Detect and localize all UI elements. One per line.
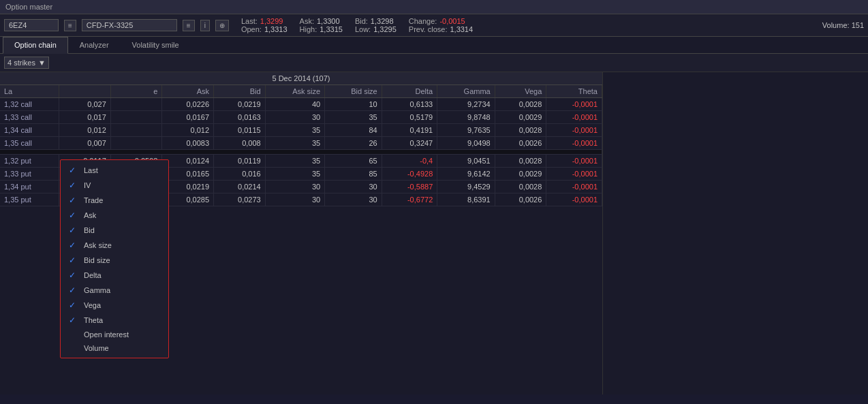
cell-asksize: 30	[265, 181, 324, 193]
cell-strike: 1,33 call	[0, 111, 59, 124]
menu-item-bid-size[interactable]: ✓Bid size	[61, 253, 168, 268]
cell-bidsize: 65	[325, 155, 382, 168]
tab-analyzer[interactable]: Analyzer	[68, 37, 121, 53]
cell-strike: 1,32 put	[0, 155, 59, 168]
price-bid-group: Bid: 1,3298 Low: 1,3295	[355, 17, 397, 33]
right-panel	[602, 72, 868, 394]
cell-theta: -0,0001	[546, 155, 602, 168]
col-bidsize: Bid size	[325, 85, 382, 98]
cell-gamma: 9,8748	[437, 111, 495, 124]
cell-la: 0,017	[59, 111, 111, 124]
column-context-menu[interactable]: ✓Last✓IV✓Trade✓Ask✓Bid✓Ask size✓Bid size…	[60, 159, 169, 358]
tab-volatility-smile[interactable]: Volatility smile	[121, 37, 191, 53]
col-bid: Bid	[214, 85, 266, 98]
cell-theta: -0,0001	[546, 124, 602, 137]
contract-menu-btn[interactable]: ≡	[183, 20, 195, 31]
cell-theta: -0,0001	[546, 98, 602, 111]
cell-bidsize: 85	[325, 168, 382, 181]
checkmark-icon: ✓	[69, 285, 78, 295]
menu-item-label: Ask size	[84, 241, 112, 249]
cell-theta: -0,0001	[546, 137, 602, 150]
checkmark-icon: ✓	[69, 240, 78, 250]
cell-ask: 0,0167	[162, 111, 214, 124]
menu-item-label: Theta	[84, 316, 103, 324]
cell-vega: 0,0026	[495, 193, 546, 206]
cell-ask: 0,0285	[162, 193, 214, 206]
cell-bid: 0,0273	[214, 193, 266, 206]
cell-strike: 1,33 put	[0, 168, 59, 181]
menu-item-vega[interactable]: ✓Vega	[61, 298, 168, 313]
menu-item-ask[interactable]: ✓Ask	[61, 208, 168, 223]
menu-item-iv[interactable]: ✓IV	[61, 178, 168, 193]
change-value: -0,0015	[439, 17, 465, 25]
cell-bidsize: 30	[325, 181, 382, 193]
menu-item-volume[interactable]: Volume	[61, 341, 168, 355]
menu-item-delta[interactable]: ✓Delta	[61, 268, 168, 283]
search-btn[interactable]: ⊕	[215, 20, 229, 31]
cell-strike: 1,34 put	[0, 181, 59, 193]
checkmark-icon: ✓	[69, 196, 78, 205]
cell-vega: 0,0029	[495, 111, 546, 124]
cell-gamma: 9,7635	[437, 124, 495, 137]
info-btn[interactable]: i	[200, 20, 210, 31]
top-bar: ≡ ≡ i ⊕ Last: 1,3299 Open: 1,3313 Ask: 1…	[0, 14, 868, 37]
cell-delta: -0,4	[382, 155, 437, 168]
title-bar: Option master	[0, 0, 868, 14]
cell-strike: 1,34 call	[0, 124, 59, 137]
cell-vega: 0,0028	[495, 155, 546, 168]
table-row[interactable]: 1,33 call 0,017 0,0167 0,0163 30 35 0,51…	[0, 111, 602, 124]
low-value: 1,3295	[373, 25, 397, 33]
cell-e	[110, 111, 162, 124]
contract-input[interactable]	[82, 19, 177, 31]
bid-value: 1,3298	[371, 17, 394, 25]
cell-bid: 0,0214	[214, 181, 266, 193]
cell-delta: 0,5179	[382, 111, 437, 124]
menu-item-label: Ask	[84, 211, 96, 219]
cell-gamma: 9,0451	[437, 155, 495, 168]
cell-ask: 0,0226	[162, 98, 214, 111]
cell-ask: 0,012	[162, 124, 214, 137]
tab-option-chain[interactable]: Option chain	[3, 37, 68, 54]
volume-label: Volume:	[822, 21, 850, 29]
menu-item-open-interest[interactable]: Open interest	[61, 328, 168, 341]
open-value: 1,3313	[264, 25, 288, 33]
strikes-arrow: ▼	[38, 59, 46, 67]
menu-item-ask-size[interactable]: ✓Ask size	[61, 238, 168, 253]
price-ask-group: Ask: 1,3300 High: 1,3315	[300, 17, 343, 33]
instrument-input[interactable]	[4, 19, 59, 31]
col-delta: Delta	[382, 85, 437, 98]
menu-item-last[interactable]: ✓Last	[61, 163, 168, 178]
volume-section: Volume: 151	[822, 21, 864, 29]
cell-delta: -0,6772	[382, 193, 437, 206]
cell-la: 0,027	[59, 98, 111, 111]
last-value: 1,3299	[260, 17, 283, 25]
volume-value: 151	[852, 21, 864, 29]
strikes-dropdown[interactable]: 4 strikes ▼	[4, 57, 49, 69]
table-row[interactable]: 1,35 call 0,007 0,0083 0,008 35 26 0,324…	[0, 137, 602, 150]
menu-item-theta[interactable]: ✓Theta	[61, 313, 168, 328]
table-row[interactable]: 1,32 call 0,027 0,0226 0,0219 40 10 0,61…	[0, 98, 602, 111]
high-value: 1,3315	[320, 25, 343, 33]
col-la	[59, 85, 111, 98]
menu-item-label: Delta	[84, 271, 102, 279]
menu-item-gamma[interactable]: ✓Gamma	[61, 283, 168, 298]
cell-delta: 0,4191	[382, 124, 437, 137]
cell-ask: 0,0083	[162, 137, 214, 150]
last-label: Last:	[241, 17, 258, 25]
cell-asksize: 40	[265, 98, 324, 111]
col-ask: Ask	[162, 85, 214, 98]
menu-item-trade[interactable]: ✓Trade	[61, 193, 168, 208]
menu-item-bid[interactable]: ✓Bid	[61, 223, 168, 238]
instrument-menu-btn[interactable]: ≡	[64, 20, 76, 31]
cell-strike: 1,35 put	[0, 193, 59, 206]
toolbar: 4 strikes ▼	[0, 54, 868, 72]
cell-strike: 1,35 call	[0, 137, 59, 150]
cell-bid: 0,008	[214, 137, 266, 150]
ask-label: Ask:	[300, 17, 314, 25]
high-label: High:	[300, 25, 317, 33]
table-row[interactable]: 1,34 call 0,012 0,012 0,0115 35 84 0,419…	[0, 124, 602, 137]
ask-value: 1,3300	[317, 17, 340, 25]
cell-vega: 0,0028	[495, 98, 546, 111]
strikes-label: 4 strikes	[7, 59, 35, 67]
price-change-group: Change: -0,0015 Prev. close: 1,3314	[409, 17, 473, 33]
